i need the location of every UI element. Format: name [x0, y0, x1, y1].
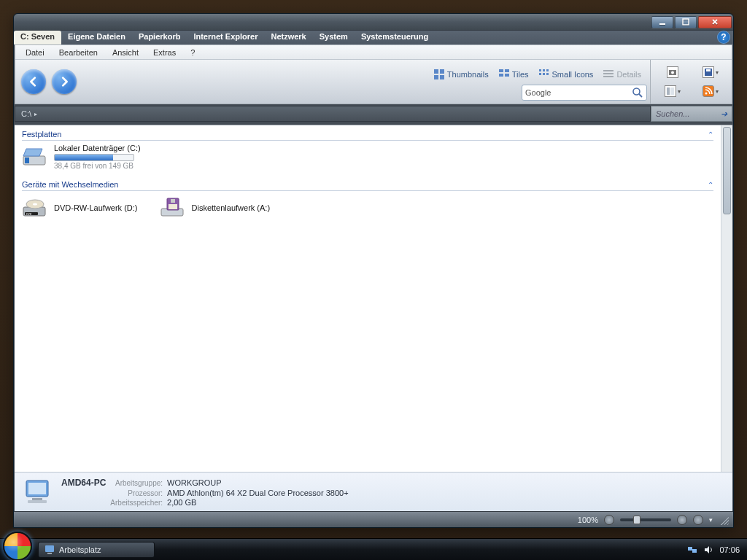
drive-d-labels: DVD-RW-Laufwerk (D:): [54, 203, 138, 212]
status-circle[interactable]: [693, 515, 703, 525]
svg-rect-37: [171, 199, 175, 203]
ram-value: 2,00 GB: [167, 498, 349, 507]
svg-rect-7: [505, 69, 509, 72]
minimize-button[interactable]: [651, 16, 673, 28]
collapse-icon[interactable]: ⌃: [708, 181, 713, 189]
maximize-button[interactable]: [675, 16, 697, 28]
svg-point-27: [705, 93, 707, 95]
toolbtn-rss[interactable]: ▾: [697, 84, 724, 98]
toolbtn-layout[interactable]: ▾: [659, 84, 686, 98]
dvd-drive-icon: DVD: [22, 197, 48, 219]
workgroup-value: WORKGROUP: [167, 478, 349, 487]
svg-rect-4: [434, 75, 438, 79]
chevron-down-icon: ▾: [716, 88, 719, 95]
svg-rect-38: [169, 204, 177, 209]
status-bar: 100% ▾: [14, 511, 733, 527]
zoom-slider-knob[interactable]: [633, 516, 640, 524]
small-icons-icon: [539, 69, 549, 79]
toolbar-right: ▾ ▾ ▾: [650, 60, 732, 104]
search-right[interactable]: Suchen... ➔: [651, 106, 732, 122]
tab-eigene-dateien[interactable]: Eigene Dateien: [61, 31, 132, 44]
drive-d[interactable]: DVD DVD-RW-Laufwerk (D:): [22, 197, 138, 219]
file-pane[interactable]: Festplatten ⌃ Lokaler Datenträger (C:) 3…: [15, 125, 721, 472]
chevron-right-icon[interactable]: ▸: [34, 111, 37, 117]
go-arrow-icon[interactable]: ➔: [721, 109, 727, 119]
svg-rect-25: [667, 88, 670, 95]
cpu-value: AMD Athlon(tm) 64 X2 Dual Core Processor…: [167, 489, 349, 497]
resize-grip[interactable]: [719, 515, 729, 525]
back-button[interactable]: [21, 69, 46, 94]
address-bar[interactable]: C:\ ▸: [15, 106, 651, 122]
vertical-scrollbar[interactable]: [721, 125, 732, 472]
view-details[interactable]: Details: [599, 67, 646, 82]
view-thumbnails[interactable]: Thumbnails: [430, 67, 493, 82]
svg-rect-5: [440, 75, 444, 79]
computer-icon: [44, 545, 55, 555]
view-small-icons[interactable]: Small Icons: [535, 67, 598, 82]
workgroup-key: Arbeitsgruppe:: [110, 479, 163, 487]
close-button[interactable]: [698, 16, 732, 28]
forward-button[interactable]: [52, 69, 77, 94]
removable-row: DVD DVD-RW-Laufwerk (D:) Diskettenlaufwe…: [22, 194, 713, 229]
network-icon[interactable]: [687, 545, 697, 555]
menu-help[interactable]: ?: [183, 47, 202, 58]
tab-internet-explorer[interactable]: Internet Explorer: [187, 31, 264, 44]
address-path: C:\: [21, 109, 31, 118]
search-box[interactable]: Google: [522, 85, 647, 101]
view-tiles-label: Tiles: [512, 70, 529, 79]
tab-netzwerk[interactable]: Netzwerk: [264, 31, 312, 44]
taskbar-button-arbeitsplatz[interactable]: Arbeitsplatz: [38, 542, 155, 558]
taskbar: Arbeitsplatz 07:06: [0, 538, 747, 560]
tab-system[interactable]: System: [313, 31, 355, 44]
view-thumbnails-label: Thumbnails: [447, 70, 489, 79]
tiles-icon: [499, 69, 509, 79]
drive-a[interactable]: Diskettenlaufwerk (A:): [160, 197, 271, 219]
chevron-down-icon[interactable]: ▾: [709, 516, 713, 524]
menu-datei[interactable]: Datei: [18, 47, 52, 58]
tab-row: C: Seven Eigene Dateien Papierkorb Inter…: [14, 30, 733, 44]
clock[interactable]: 07:06: [719, 545, 740, 554]
group-header-festplatten[interactable]: Festplatten ⌃: [22, 130, 713, 141]
svg-rect-45: [688, 547, 692, 551]
help-icon[interactable]: ?: [717, 31, 730, 44]
computer-icon: [20, 476, 57, 508]
details-pane: AMD64-PC Arbeitsgruppe: WORKGROUP Prozes…: [15, 472, 732, 511]
svg-rect-13: [539, 73, 541, 75]
menu-extras[interactable]: Extras: [146, 47, 183, 58]
tab-c-seven[interactable]: C: Seven: [14, 31, 61, 44]
toolbar-region: Datei Bearbeiten Ansicht Extras ? Thumbn…: [15, 44, 732, 104]
svg-rect-12: [546, 69, 549, 71]
volume-icon[interactable]: [703, 545, 713, 555]
scrollbar-thumb[interactable]: [723, 127, 731, 214]
tab-papierkorb[interactable]: Papierkorb: [132, 31, 187, 44]
drive-c[interactable]: Lokaler Datenträger (C:) 38,4 GB frei vo…: [22, 144, 713, 170]
taskbar-button-label: Arbeitsplatz: [59, 545, 101, 554]
svg-rect-11: [543, 69, 545, 71]
svg-rect-3: [440, 69, 444, 74]
svg-rect-43: [45, 545, 54, 552]
search-icon[interactable]: [632, 87, 643, 98]
menu-bearbeiten[interactable]: Bearbeiten: [52, 47, 105, 58]
svg-rect-14: [543, 73, 545, 75]
svg-point-22: [671, 71, 674, 74]
tab-systemsteuerung[interactable]: Systemsteuerung: [355, 31, 435, 44]
svg-rect-42: [28, 500, 47, 503]
start-orb[interactable]: [3, 532, 32, 561]
view-buttons: Thumbnails Tiles Small Icons Details: [430, 63, 650, 85]
toolbtn-camera[interactable]: [659, 65, 686, 79]
zoom-out-button[interactable]: [604, 515, 614, 525]
collapse-icon[interactable]: ⌃: [708, 131, 713, 139]
zoom-in-button[interactable]: [677, 515, 687, 525]
menu-ansicht[interactable]: Ansicht: [105, 47, 146, 58]
drive-a-labels: Diskettenlaufwerk (A:): [192, 203, 271, 212]
toolbtn-save[interactable]: ▾: [697, 65, 724, 79]
ram-key: Arbeitsspeicher:: [110, 499, 163, 507]
group-header-wechselmedien[interactable]: Geräte mit Wechselmedien ⌃: [22, 180, 713, 191]
chevron-down-icon: ▾: [716, 69, 719, 76]
view-tiles[interactable]: Tiles: [495, 67, 533, 82]
svg-line-20: [639, 94, 642, 97]
hdd-icon: [22, 146, 48, 168]
svg-text:DVD: DVD: [26, 213, 32, 216]
zoom-slider[interactable]: [620, 518, 671, 521]
cpu-key: Prozessor:: [110, 489, 163, 497]
